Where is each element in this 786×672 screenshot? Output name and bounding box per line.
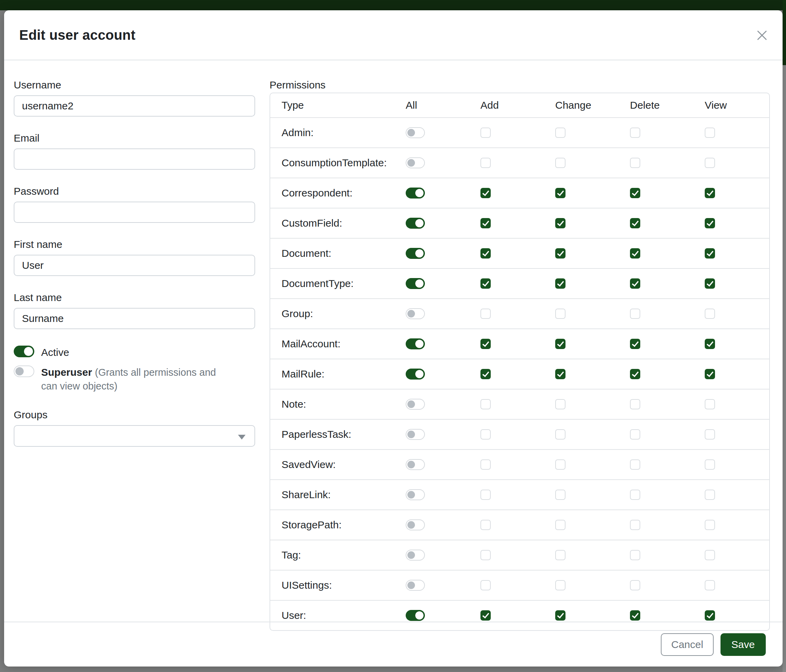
permission-view-checkbox[interactable] [705, 188, 715, 198]
permission-view-checkbox[interactable] [705, 309, 715, 319]
permission-all-toggle[interactable] [406, 520, 425, 531]
permission-delete-checkbox[interactable] [630, 490, 640, 500]
permission-add-checkbox[interactable] [481, 339, 491, 349]
permission-view-checkbox[interactable] [705, 520, 715, 530]
permission-change-checkbox[interactable] [555, 158, 566, 168]
permission-change-checkbox[interactable] [555, 520, 566, 530]
close-button[interactable] [751, 25, 773, 47]
browser-scrollbar[interactable] [783, 65, 786, 672]
permission-add-checkbox[interactable] [481, 399, 491, 409]
permission-all-toggle[interactable] [406, 550, 425, 561]
permission-view-checkbox[interactable] [705, 248, 715, 259]
permission-view-checkbox[interactable] [705, 490, 715, 500]
permission-view-checkbox[interactable] [705, 610, 715, 620]
permission-all-toggle[interactable] [406, 399, 425, 410]
permission-add-checkbox[interactable] [481, 158, 491, 168]
groups-select[interactable] [14, 425, 255, 447]
last-name-field-group: Last name [14, 291, 255, 329]
username-input[interactable] [14, 95, 255, 116]
permission-delete-checkbox[interactable] [630, 248, 640, 259]
permission-add-checkbox[interactable] [481, 429, 491, 440]
permission-change-checkbox[interactable] [555, 399, 566, 409]
permission-add-checkbox[interactable] [481, 248, 491, 259]
permission-add-checkbox[interactable] [481, 188, 491, 198]
superuser-toggle[interactable] [14, 366, 34, 377]
permission-change-checkbox[interactable] [555, 248, 566, 259]
permission-all-toggle[interactable] [406, 127, 425, 138]
permission-view-checkbox[interactable] [705, 218, 715, 228]
permission-all-toggle[interactable] [406, 429, 425, 440]
permission-view-checkbox[interactable] [705, 550, 715, 560]
first-name-input[interactable] [14, 255, 255, 276]
permission-view-checkbox[interactable] [705, 399, 715, 409]
permission-view-checkbox[interactable] [705, 429, 715, 440]
permission-delete-checkbox[interactable] [630, 278, 640, 289]
edit-user-account-dialog: Edit user account Username Email Passw [4, 10, 783, 667]
permission-add-checkbox[interactable] [481, 127, 491, 138]
permission-all-toggle[interactable] [406, 188, 425, 198]
permission-change-checkbox[interactable] [555, 218, 566, 228]
permission-view-checkbox[interactable] [705, 158, 715, 168]
permission-delete-checkbox[interactable] [630, 580, 640, 590]
permission-delete-checkbox[interactable] [630, 309, 640, 319]
cancel-button[interactable]: Cancel [661, 633, 713, 656]
permission-all-toggle[interactable] [406, 248, 425, 259]
permission-all-toggle[interactable] [406, 308, 425, 319]
permission-view-checkbox[interactable] [705, 459, 715, 470]
permission-all-toggle[interactable] [406, 157, 425, 168]
permission-view-checkbox[interactable] [705, 339, 715, 349]
permission-all-toggle[interactable] [406, 459, 425, 470]
permission-add-checkbox[interactable] [481, 218, 491, 228]
permission-all-toggle[interactable] [406, 580, 425, 591]
permission-delete-checkbox[interactable] [630, 127, 640, 138]
permission-delete-checkbox[interactable] [630, 218, 640, 228]
last-name-input[interactable] [14, 308, 255, 329]
permission-add-checkbox[interactable] [481, 550, 491, 560]
permission-change-checkbox[interactable] [555, 188, 566, 198]
permission-delete-checkbox[interactable] [630, 339, 640, 349]
permission-all-toggle[interactable] [406, 489, 425, 500]
permission-change-checkbox[interactable] [555, 550, 566, 560]
permission-delete-checkbox[interactable] [630, 188, 640, 198]
permission-change-checkbox[interactable] [555, 278, 566, 289]
permission-change-checkbox[interactable] [555, 127, 566, 138]
permission-add-checkbox[interactable] [481, 278, 491, 289]
active-toggle[interactable] [14, 345, 34, 357]
permission-all-toggle[interactable] [406, 610, 425, 621]
save-button[interactable]: Save [720, 633, 766, 656]
email-input[interactable] [14, 148, 255, 170]
permission-add-checkbox[interactable] [481, 309, 491, 319]
permission-change-checkbox[interactable] [555, 490, 566, 500]
permission-delete-checkbox[interactable] [630, 158, 640, 168]
permission-view-checkbox[interactable] [705, 369, 715, 379]
permission-all-toggle[interactable] [406, 278, 425, 289]
permission-all-toggle[interactable] [406, 218, 425, 229]
permission-change-checkbox[interactable] [555, 580, 566, 590]
permission-change-checkbox[interactable] [555, 339, 566, 349]
permission-add-checkbox[interactable] [481, 459, 491, 470]
permission-add-checkbox[interactable] [481, 369, 491, 379]
permission-change-checkbox[interactable] [555, 610, 566, 620]
permission-all-toggle[interactable] [406, 369, 425, 380]
permission-delete-checkbox[interactable] [630, 399, 640, 409]
permission-delete-checkbox[interactable] [630, 369, 640, 379]
permission-delete-checkbox[interactable] [630, 429, 640, 440]
permission-delete-checkbox[interactable] [630, 520, 640, 530]
permission-change-checkbox[interactable] [555, 429, 566, 440]
permission-change-checkbox[interactable] [555, 369, 566, 379]
permission-add-checkbox[interactable] [481, 580, 491, 590]
permission-view-checkbox[interactable] [705, 127, 715, 138]
permission-change-checkbox[interactable] [555, 459, 566, 470]
permission-view-checkbox[interactable] [705, 278, 715, 289]
password-input[interactable] [14, 202, 255, 223]
permission-add-checkbox[interactable] [481, 610, 491, 620]
permission-add-checkbox[interactable] [481, 520, 491, 530]
permission-delete-checkbox[interactable] [630, 459, 640, 470]
permission-all-toggle[interactable] [406, 338, 425, 349]
permission-delete-checkbox[interactable] [630, 550, 640, 560]
permission-delete-checkbox[interactable] [630, 610, 640, 620]
permission-row: Tag: [270, 540, 769, 570]
permission-change-checkbox[interactable] [555, 309, 566, 319]
permission-view-checkbox[interactable] [705, 580, 715, 590]
permission-add-checkbox[interactable] [481, 490, 491, 500]
